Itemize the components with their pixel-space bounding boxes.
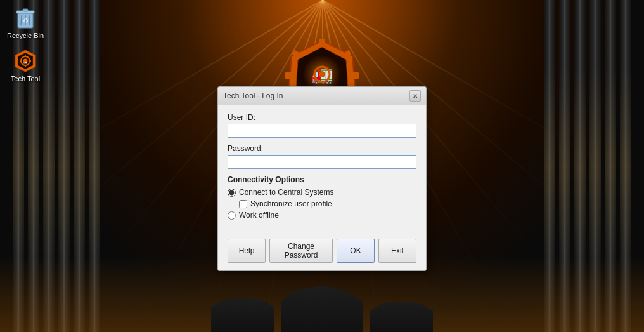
connectivity-section: Connectivity Options Connect to Central …: [228, 175, 416, 220]
userid-input[interactable]: [228, 124, 416, 138]
password-label: Password:: [228, 144, 416, 153]
ok-button[interactable]: OK: [337, 239, 375, 263]
connect-central-option[interactable]: Connect to Central Systems: [228, 188, 416, 197]
dialog-title: Tech Tool - Log In: [223, 91, 283, 100]
connectivity-title: Connectivity Options: [228, 175, 416, 184]
connect-central-label: Connect to Central Systems: [239, 188, 333, 197]
work-offline-option[interactable]: Work offline: [228, 211, 416, 220]
userid-group: User ID:: [228, 113, 416, 138]
dialog-footer: Help Change Password OK Exit: [218, 234, 426, 270]
exit-button[interactable]: Exit: [378, 239, 416, 263]
password-group: Password:: [228, 144, 416, 169]
sync-profile-option[interactable]: Synchronize user profile: [239, 199, 416, 208]
dialog-body: User ID: Password: Connectivity Options …: [218, 105, 426, 234]
change-password-button[interactable]: Change Password: [269, 239, 333, 263]
login-dialog: Tech Tool - Log In ✕ User ID: Password: …: [217, 86, 427, 271]
password-input[interactable]: [228, 155, 416, 169]
connect-central-radio[interactable]: [228, 189, 236, 197]
sync-profile-label: Synchronize user profile: [250, 199, 332, 208]
help-button[interactable]: Help: [228, 239, 266, 263]
dialog-titlebar: Tech Tool - Log In ✕: [218, 87, 426, 105]
dialog-close-button[interactable]: ✕: [409, 90, 421, 102]
sync-profile-checkbox[interactable]: [239, 200, 247, 208]
dialog-overlay: Tech Tool - Log In ✕ User ID: Password: …: [0, 0, 644, 332]
userid-label: User ID:: [228, 113, 416, 122]
work-offline-label: Work offline: [239, 211, 279, 220]
work-offline-radio[interactable]: [228, 211, 236, 220]
